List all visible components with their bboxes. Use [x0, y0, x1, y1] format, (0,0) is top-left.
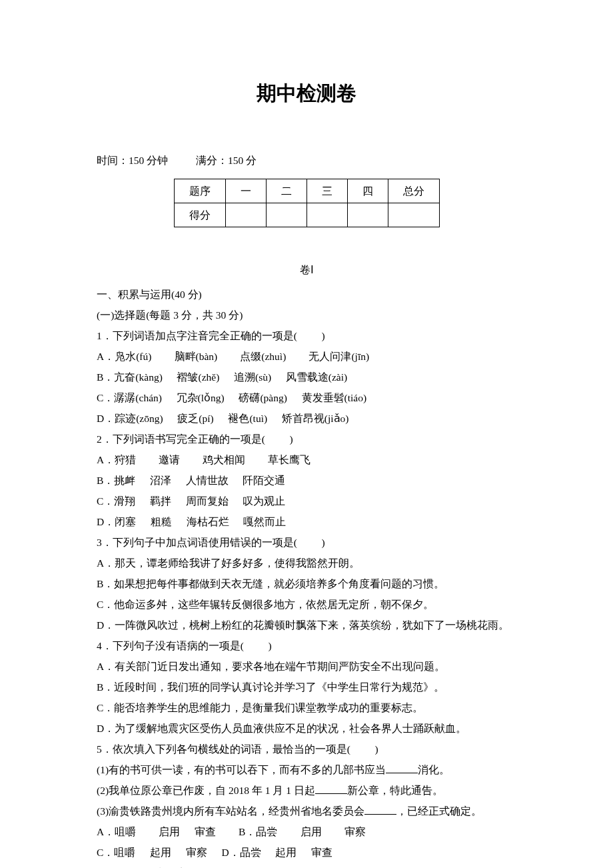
- close-paren: ): [322, 330, 325, 341]
- option-a: A．凫水(fú)脑畔(bàn)点缀(zhuì)无人问津(jīn): [97, 346, 516, 367]
- stem-text: 2．下列词语书写完全正确的一项是(: [97, 433, 265, 445]
- col-4: 四: [347, 179, 388, 203]
- option-row-ab: A．咀嚼启用审查B．品尝启用审察: [97, 821, 516, 842]
- opt-text: 矫首昂视(jiǎo): [282, 413, 349, 424]
- option-c: C．潺潺(chán)冗杂(lǒng)磅礴(pàng)黄发垂髫(tiáo): [97, 387, 516, 408]
- full-score: 满分：150 分: [196, 155, 257, 166]
- time-limit: 时间：150 分钟: [97, 155, 168, 166]
- text: (2)我单位原公章已作废，自 2018 年 1 月 1 日起: [97, 785, 315, 796]
- fill-blank: [364, 805, 396, 815]
- opt-text: 起用: [150, 847, 171, 858]
- sub-sentence: (1)有的书可供一读，有的书可以吞下，而有不多的几部书应当消化。: [97, 759, 516, 780]
- opt-text: 粗糙: [151, 516, 172, 527]
- option-d: D．闭塞粗糙海枯石烂嘎然而止: [97, 511, 516, 532]
- col-label: 题序: [174, 179, 225, 203]
- opt-text: 黄发垂髫(tiáo): [302, 392, 367, 403]
- opt-text: C．咀嚼: [97, 847, 135, 858]
- opt-text: 审察: [186, 847, 207, 858]
- option-c: C．滑翔羁拌周而复始叹为观止: [97, 491, 516, 511]
- opt-text: 沼泽: [150, 475, 171, 486]
- option-row-cd: C．咀嚼起用审察D．品尝起用审查: [97, 842, 516, 863]
- answer-blank: [265, 433, 290, 445]
- opt-text: 追溯(sù): [234, 371, 271, 383]
- close-paren: ): [322, 537, 325, 548]
- opt-text: 鸡犬相闻: [203, 454, 245, 465]
- score-cell: [225, 203, 266, 227]
- opt-text: 羁拌: [150, 495, 171, 507]
- close-paren: ): [290, 433, 293, 445]
- fill-blank: [386, 763, 418, 774]
- sub-sentence: (3)渝贵铁路贵州境内所有车站站名，经贵州省地名委员会，已经正式确定。: [97, 801, 516, 821]
- score-cell: [266, 203, 306, 227]
- opt-text: B．品尝: [239, 826, 277, 837]
- col-3: 三: [306, 179, 347, 203]
- opt-text: 脑畔(bàn): [175, 351, 218, 362]
- table-row: 得分: [174, 203, 439, 227]
- opt-text: 冗杂(lǒng): [177, 392, 225, 403]
- option-b: B．如果想把每件事都做到天衣无缝，就必须培养多个角度看问题的习惯。: [97, 573, 516, 594]
- option-a: A．有关部门近日发出通知，要求各地在端午节期间严防安全不出现问题。: [97, 656, 516, 677]
- option-d: D．一阵微风吹过，桃树上粉红的花瓣顿时飘落下来，落英缤纷，犹如下了一场桃花雨。: [97, 615, 516, 635]
- text: 新公章，特此通告。: [347, 785, 443, 796]
- opt-text: 无人问津(jīn): [308, 351, 369, 362]
- opt-text: 褶皱(zhě): [177, 371, 219, 383]
- subsection-heading: (一)选择题(每题 3 分，共 30 分): [97, 305, 516, 325]
- opt-text: A．凫水(fú): [97, 351, 151, 362]
- score-table: 题序 一 二 三 四 总分 得分: [174, 179, 440, 227]
- opt-text: 启用: [301, 826, 322, 837]
- text: (3)渝贵铁路贵州境内所有车站站名，经贵州省地名委员会: [97, 805, 364, 817]
- opt-text: A．咀嚼: [97, 826, 136, 837]
- opt-text: 阡陌交通: [243, 475, 285, 486]
- question-stem: 5．依次填入下列各句横线处的词语，最恰当的一项是( ): [97, 739, 516, 759]
- question-stem: 2．下列词语书写完全正确的一项是( ): [97, 429, 516, 449]
- opt-text: 审查: [311, 847, 332, 858]
- juan-heading: 卷Ⅰ: [97, 259, 516, 280]
- opt-text: 风雪载途(zài): [286, 371, 347, 383]
- option-a: A．狩猎邀请鸡犬相闻草长鹰飞: [97, 449, 516, 470]
- option-d: D．踪迹(zōng)疲乏(pí)褪色(tuì)矫首昂视(jiǎo): [97, 408, 516, 429]
- stem-text: 4．下列句子没有语病的一项是(: [97, 640, 244, 651]
- option-b: B．挑衅沼泽人情世故阡陌交通: [97, 470, 516, 491]
- opt-text: 点缀(zhuì): [240, 351, 286, 362]
- opt-text: D．踪迹(zōng): [97, 413, 163, 424]
- question-stem: 3．下列句子中加点词语使用错误的一项是( ): [97, 532, 516, 553]
- option-d: D．为了缓解地震灾区受伤人员血液供应不足的状况，社会各界人士踊跃献血。: [97, 718, 516, 739]
- table-row: 题序 一 二 三 四 总分: [174, 179, 439, 203]
- opt-text: 海枯石烂: [187, 516, 229, 527]
- opt-text: 邀请: [159, 454, 180, 465]
- col-total: 总分: [388, 179, 439, 203]
- stem-text: 3．下列句子中加点词语使用错误的一项是(: [97, 537, 297, 548]
- opt-text: B．亢奋(kàng): [97, 371, 163, 383]
- row-label: 得分: [174, 203, 225, 227]
- opt-text: 磅礴(pàng): [239, 392, 287, 403]
- stem-text: 1．下列词语加点字注音完全正确的一项是(: [97, 330, 297, 341]
- opt-text: A．狩猎: [97, 454, 136, 465]
- section-heading: 一、积累与运用(40 分): [97, 284, 516, 305]
- page-title: 期中检测卷: [97, 73, 516, 113]
- opt-text: B．挑衅: [97, 475, 135, 486]
- score-cell: [306, 203, 347, 227]
- exam-meta: 时间：150 分钟 满分：150 分: [97, 150, 516, 171]
- opt-text: 草长鹰飞: [268, 454, 310, 465]
- col-2: 二: [266, 179, 306, 203]
- opt-text: 人情世故: [186, 475, 229, 486]
- opt-text: 褪色(tuì): [228, 413, 267, 424]
- opt-text: C．滑翔: [97, 495, 135, 507]
- opt-text: 启用: [159, 826, 180, 837]
- stem-text: 5．依次填入下列各句横线处的词语，最恰当的一项是(: [97, 743, 350, 755]
- question-stem: 6．下列句子中标点符号使用正确的一项是( ): [97, 863, 516, 868]
- option-c: C．他命运多舛，这些年辗转反侧很多地方，依然居无定所，朝不保夕。: [97, 594, 516, 615]
- opt-text: 周而复始: [186, 495, 229, 507]
- opt-text: D．闭塞: [97, 516, 136, 527]
- option-a: A．那天，谭老师给我讲了好多好多，使得我豁然开朗。: [97, 553, 516, 573]
- text: 消化。: [418, 764, 450, 775]
- score-cell: [347, 203, 388, 227]
- opt-text: 嘎然而止: [243, 516, 286, 527]
- sub-sentence: (2)我单位原公章已作废，自 2018 年 1 月 1 日起新公章，特此通告。: [97, 780, 516, 801]
- opt-text: C．潺潺(chán): [97, 392, 162, 403]
- fill-blank: [315, 784, 347, 795]
- option-b: B．近段时间，我们班的同学认真讨论并学习了《中学生日常行为规范》。: [97, 677, 516, 697]
- opt-text: 起用: [275, 847, 297, 858]
- opt-text: 疲乏(pí): [177, 413, 213, 424]
- opt-text: 叹为观止: [243, 495, 285, 507]
